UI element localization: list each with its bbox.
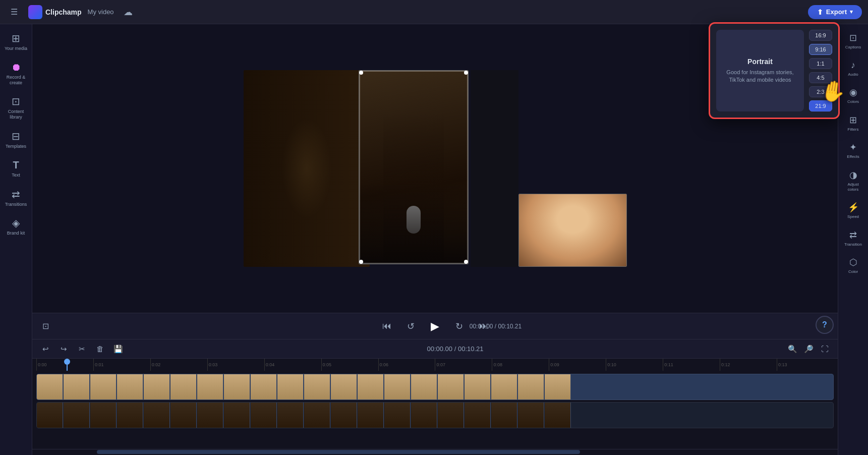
logo-icon bbox=[28, 5, 42, 19]
sidebar-item-label-your-media: Your media bbox=[5, 46, 27, 51]
playhead-indicator bbox=[64, 359, 70, 365]
sidebar-item-text[interactable]: T Text bbox=[2, 155, 30, 182]
clip-thumb-2-12 bbox=[331, 403, 357, 428]
menu-button[interactable]: ☰ bbox=[6, 4, 22, 20]
right-sidebar-item-audio[interactable]: ♪ Audio bbox=[840, 56, 866, 81]
portrait-desc: Good for Instagram stories, TikTok and m… bbox=[722, 69, 798, 84]
right-sidebar-item-transition[interactable]: ⇄ Transition bbox=[840, 225, 866, 251]
right-sidebar-item-color[interactable]: ⬡ Color bbox=[840, 253, 866, 278]
sidebar-item-label-transitions: Transitions bbox=[5, 202, 27, 207]
right-sidebar-item-adjust-colors[interactable]: ◑ Adjust colors bbox=[840, 165, 866, 196]
project-name[interactable]: My video bbox=[88, 8, 114, 16]
track-clip-1[interactable] bbox=[36, 374, 834, 400]
sidebar-item-content-library[interactable]: ⊡ Content library bbox=[2, 91, 30, 124]
clip-thumb-2-17 bbox=[465, 403, 491, 428]
undo-button[interactable]: ↩ bbox=[38, 342, 52, 356]
help-button-container: ? bbox=[816, 316, 834, 334]
secondary-video-clip bbox=[518, 194, 627, 267]
aspect-ratio-popup: Portrait Good for Instagram stories, Tik… bbox=[709, 22, 840, 119]
export-button[interactable]: ⬆ Export ▾ bbox=[808, 5, 862, 19]
pip-button[interactable]: ⊡ bbox=[42, 321, 49, 331]
clip-thumb-1-6 bbox=[170, 374, 197, 400]
adjust-colors-icon: ◑ bbox=[849, 169, 857, 181]
sidebar-item-record-create[interactable]: ⏺ Record & create bbox=[2, 58, 30, 90]
timeline-scrollbar[interactable] bbox=[97, 450, 580, 454]
color-label: Color bbox=[848, 269, 858, 274]
transitions-icon: ⇄ bbox=[12, 188, 20, 200]
speed-icon: ⚡ bbox=[848, 202, 859, 213]
sidebar-item-templates[interactable]: ⊟ Templates bbox=[2, 126, 30, 153]
text-icon: T bbox=[13, 159, 19, 171]
cut-button[interactable]: ✂ bbox=[75, 342, 89, 356]
topbar: ☰ Clipchamp My video ☁ ⬆ Export ▾ bbox=[0, 0, 868, 24]
ruler-marks: 0:00 0:01 0:02 0:03 0:04 0:05 0:06 0:07 … bbox=[36, 359, 834, 371]
filters-icon: ⊞ bbox=[849, 115, 857, 126]
right-sidebar-item-filters[interactable]: ⊞ Filters bbox=[840, 110, 866, 136]
cloud-icon-button[interactable]: ☁ bbox=[120, 4, 136, 20]
aspect-btn-16-9[interactable]: 16:9 bbox=[809, 30, 832, 41]
ruler-mark-8: 0:08 bbox=[492, 359, 549, 371]
zoom-fit-button[interactable]: ⛶ bbox=[818, 342, 832, 356]
export-label: Export bbox=[826, 8, 847, 16]
brand-kit-icon: ◈ bbox=[12, 217, 20, 229]
clip-thumb-1-20 bbox=[545, 374, 571, 400]
logo: Clipchamp bbox=[28, 5, 82, 19]
transition-label: Transition bbox=[844, 242, 862, 247]
clip-thumb-2-8 bbox=[224, 403, 250, 428]
clip-thumb-2-7 bbox=[197, 403, 223, 428]
record-create-icon: ⏺ bbox=[11, 62, 21, 73]
aspect-popup-inner: Portrait Good for Instagram stories, Tik… bbox=[716, 30, 832, 111]
ruler-mark-3: 0:03 bbox=[207, 359, 264, 371]
sidebar-item-label-record-create: Record & create bbox=[4, 75, 28, 86]
clip-thumb-1-18 bbox=[491, 374, 517, 400]
right-sidebar-item-effects[interactable]: ✦ Effects bbox=[840, 138, 866, 163]
current-time: 00:00.00 bbox=[470, 323, 493, 330]
clip-thumb-1-14 bbox=[384, 374, 411, 400]
aspect-btn-1-1[interactable]: 1:1 bbox=[809, 58, 832, 69]
templates-icon: ⊟ bbox=[12, 130, 20, 142]
ruler-mark-6: 0:06 bbox=[378, 359, 435, 371]
timeline-total-time: 00:10.21 bbox=[458, 345, 484, 353]
sidebar-item-brand-kit[interactable]: ◈ Brand kit bbox=[2, 213, 30, 240]
clip-thumb-2-11 bbox=[304, 403, 330, 428]
adjust-colors-label: Adjust colors bbox=[842, 182, 864, 192]
help-button[interactable]: ? bbox=[816, 316, 834, 334]
redo-button[interactable]: ↪ bbox=[56, 342, 71, 356]
sidebar-item-transitions[interactable]: ⇄ Transitions bbox=[2, 184, 30, 211]
play-button[interactable]: ▶ bbox=[427, 318, 443, 334]
sidebar-item-label-text: Text bbox=[12, 173, 20, 178]
save-button[interactable]: 💾 bbox=[111, 342, 125, 356]
aspect-btn-9-16[interactable]: 9:16 bbox=[809, 44, 832, 55]
ruler-mark-9: 0:09 bbox=[549, 359, 606, 371]
left-sidebar: ⊞ Your media ⏺ Record & create ⊡ Content… bbox=[0, 24, 32, 455]
total-time: 00:10.21 bbox=[498, 323, 522, 330]
timeline-toolbar: ↩ ↪ ✂ 🗑 💾 00:00.00 / 00:10.21 🔍 🔎 ⛶ bbox=[32, 339, 838, 359]
right-sidebar-item-speed[interactable]: ⚡ Speed bbox=[840, 198, 866, 223]
clip-thumb-2-18 bbox=[491, 403, 517, 428]
filters-label: Filters bbox=[848, 127, 859, 132]
captions-icon: ⊡ bbox=[849, 32, 857, 43]
audio-icon: ♪ bbox=[851, 60, 855, 71]
ruler-mark-11: 0:11 bbox=[663, 359, 720, 371]
zoom-out-button[interactable]: 🔍 bbox=[785, 342, 799, 356]
sidebar-item-your-media[interactable]: ⊞ Your media bbox=[2, 28, 30, 55]
clip-thumb-2-16 bbox=[438, 403, 464, 428]
clip-thumb-1-4 bbox=[117, 374, 143, 400]
colors-icon: ◉ bbox=[849, 87, 857, 98]
clip-thumb-2-1 bbox=[37, 403, 63, 428]
app-title: Clipchamp bbox=[45, 8, 82, 16]
delete-button[interactable]: 🗑 bbox=[93, 342, 107, 356]
right-sidebar-item-captions[interactable]: ⊡ Captions bbox=[840, 28, 866, 54]
export-chevron-icon: ▾ bbox=[850, 9, 853, 15]
rewind-button[interactable]: ↺ bbox=[403, 318, 419, 334]
skip-back-button[interactable]: ⏮ bbox=[379, 318, 395, 334]
clip-thumb-1-13 bbox=[358, 374, 384, 400]
colors-label: Colors bbox=[847, 99, 859, 104]
clip-thumb-2-3 bbox=[90, 403, 117, 428]
track-clip-2[interactable] bbox=[36, 402, 834, 428]
ruler-mark-12: 0:12 bbox=[720, 359, 777, 371]
ruler-mark-5: 0:05 bbox=[321, 359, 378, 371]
zoom-in-button[interactable]: 🔎 bbox=[801, 342, 816, 356]
forward-button[interactable]: ↻ bbox=[451, 318, 468, 334]
clip-thumb-1-10 bbox=[277, 374, 304, 400]
